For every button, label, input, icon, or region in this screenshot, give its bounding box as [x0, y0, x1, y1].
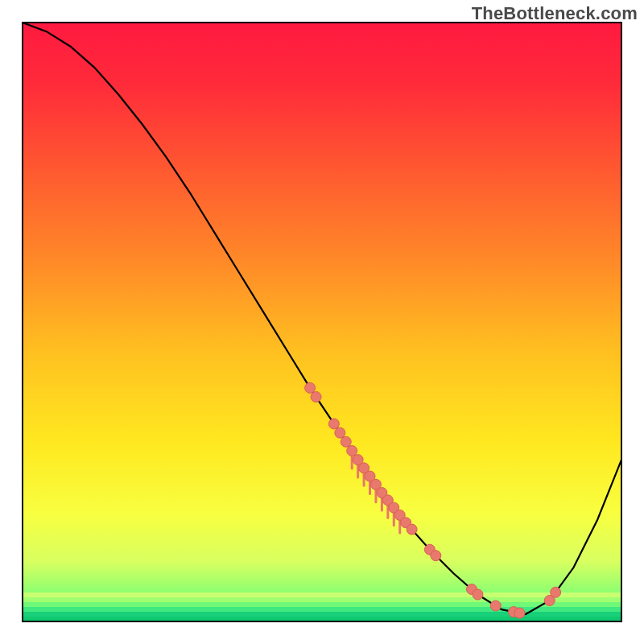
plot-background — [23, 23, 621, 621]
marker-dot — [407, 524, 417, 535]
marker-dot — [341, 436, 351, 447]
marker-dot — [311, 392, 321, 402]
svg-rect-5 — [23, 612, 621, 617]
marker-dot — [551, 587, 561, 597]
marker-dot — [514, 608, 525, 618]
marker-dot — [473, 589, 483, 600]
chart-frame: TheBottleneck.com — [0, 0, 644, 644]
marker-dot — [305, 382, 316, 393]
bottom-green-stripes — [23, 592, 621, 621]
marker-dot — [431, 551, 441, 561]
svg-rect-2 — [23, 597, 621, 602]
marker-dot — [347, 445, 357, 456]
marker-dot — [335, 427, 345, 438]
svg-rect-3 — [23, 602, 621, 607]
svg-rect-1 — [23, 592, 621, 597]
bottleneck-chart — [0, 0, 644, 644]
marker-dot — [490, 601, 501, 611]
marker-dot — [328, 419, 339, 429]
